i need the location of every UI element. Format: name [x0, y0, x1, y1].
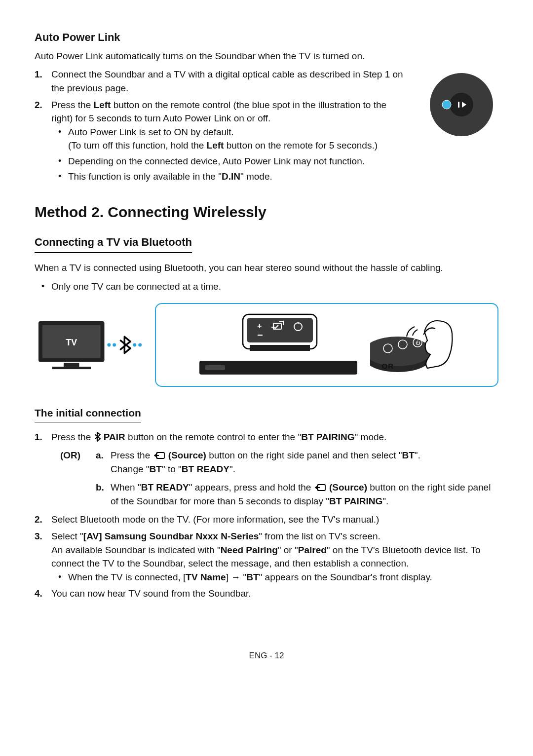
- or-marker: (OR): [60, 449, 80, 462]
- list-marker: 4.: [35, 587, 42, 601]
- svg-point-1: [450, 93, 473, 116]
- bt-connection-figure: TV + − OR ⏻: [35, 303, 498, 387]
- svg-rect-9: [52, 367, 91, 369]
- subheading-bt: Connecting a TV via Bluetooth: [35, 234, 192, 253]
- bt-note-only-one: Only one TV can be connected at a time.: [51, 280, 498, 294]
- svg-text:⏻: ⏻: [416, 340, 420, 345]
- step-text: Press the Left button on the remote cont…: [51, 100, 386, 124]
- svg-point-11: [113, 343, 116, 347]
- apl-step-1: 1. Connect the Soundbar and a TV with a …: [51, 68, 405, 95]
- or-label: OR: [382, 361, 394, 372]
- svg-rect-20: [250, 345, 310, 351]
- ic-step-2: 2. Select Bluetooth mode on the TV. (For…: [51, 513, 498, 527]
- bt-intro: When a TV is connected using Bluetooth, …: [35, 261, 498, 275]
- subheading-initial-connection: The initial connection: [35, 406, 141, 422]
- svg-text:TV: TV: [66, 338, 77, 347]
- apl-intro: Auto Power Link automatically turns on t…: [35, 49, 498, 63]
- bluetooth-signal-icon: [105, 333, 144, 357]
- ic-step-1a: a. Press the (Source) button on the righ…: [96, 449, 498, 476]
- soundbar-top-panel-icon: + −: [194, 310, 362, 379]
- svg-text:−: −: [257, 330, 263, 340]
- svg-rect-3: [458, 102, 459, 108]
- list-marker: a.: [96, 449, 104, 462]
- apl-bullet-din: This function is only available in the "…: [68, 170, 405, 184]
- svg-rect-22: [205, 365, 225, 370]
- source-icon: [314, 483, 327, 492]
- svg-rect-8: [64, 363, 79, 367]
- heading-method-2: Method 2. Connecting Wirelessly: [35, 201, 498, 223]
- list-marker: b.: [96, 481, 104, 494]
- remote-directional-pad-figure: [424, 68, 498, 142]
- list-marker: 1.: [35, 68, 42, 81]
- section-title-auto-power-link: Auto Power Link: [35, 30, 498, 45]
- bluetooth-icon: [94, 432, 101, 442]
- step-text: Connect the Soundbar and a TV with a dig…: [51, 69, 403, 93]
- ic-step-3-bullet: When the TV is connected, [TV Name] → "B…: [68, 570, 498, 584]
- svg-point-2: [442, 100, 451, 109]
- svg-text:+: +: [257, 322, 262, 330]
- list-marker: 3.: [35, 529, 42, 543]
- apl-bullet-default: Auto Power Link is set to ON by default.…: [68, 125, 405, 152]
- ic-step-4: 4. You can now hear TV sound from the So…: [51, 587, 498, 601]
- apl-bullet-depends: Depending on the connected device, Auto …: [68, 154, 405, 168]
- svg-point-12: [133, 343, 137, 347]
- svg-point-10: [108, 343, 111, 347]
- svg-point-13: [139, 343, 142, 347]
- page-footer: ENG - 12: [35, 650, 498, 662]
- apl-step-2: 2. Press the Left button on the remote c…: [51, 98, 405, 184]
- ic-step-3: 3. Select "[AV] Samsung Soundbar Nxxx N-…: [51, 529, 498, 584]
- tv-icon: TV: [38, 318, 105, 372]
- ic-step-1b: b. When "BT READY" appears, press and ho…: [96, 481, 498, 508]
- source-icon: [153, 451, 166, 460]
- ic-step-1: 1. Press the PAIR button on the remote c…: [51, 430, 498, 508]
- list-marker: 2.: [35, 513, 42, 527]
- list-marker: 1.: [35, 430, 42, 444]
- list-marker: 2.: [35, 98, 42, 112]
